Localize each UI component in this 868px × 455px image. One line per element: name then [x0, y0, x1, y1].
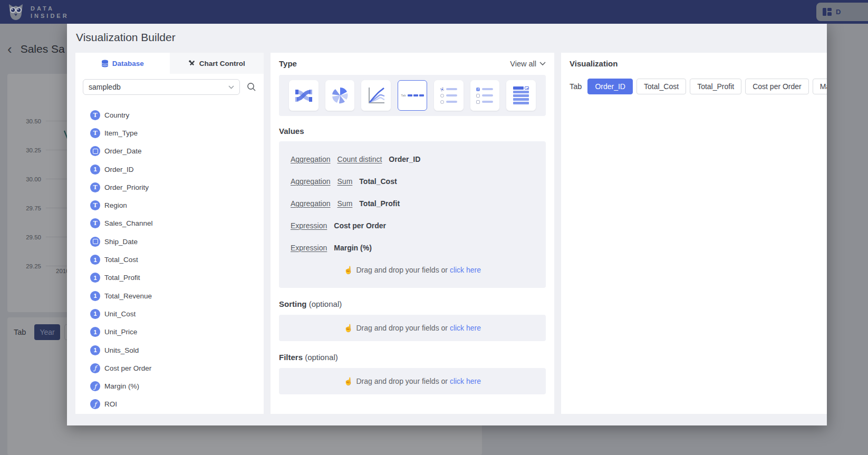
field-item[interactable]: Total_Profit	[90, 269, 256, 287]
value-function-link[interactable]: Count distinct	[337, 155, 382, 163]
field-type-icon	[90, 345, 100, 355]
filters-dropzone[interactable]: ☝Drag and drop your fields or click here	[279, 368, 546, 394]
viz-tab-button[interactable]: Order_ID	[587, 79, 633, 94]
chart-config-panel: Type View all	[271, 53, 554, 414]
app-logo[interactable]: DATA INSIDER	[6, 2, 69, 22]
value-kind-link[interactable]: Expression	[291, 221, 327, 230]
chart-type-table-icon[interactable]	[506, 80, 536, 111]
field-type-icon	[90, 182, 100, 192]
tools-icon	[188, 60, 196, 67]
field-type-icon	[90, 273, 100, 283]
field-type-icon	[90, 255, 100, 265]
tab-database[interactable]: Database	[75, 53, 170, 74]
field-type-icon	[90, 237, 100, 247]
filters-click-here-link[interactable]: click here	[450, 377, 481, 385]
field-item[interactable]: Total_Cost	[90, 250, 256, 268]
value-function-link[interactable]: Sum	[337, 177, 353, 186]
logo-text: DATA INSIDER	[31, 5, 69, 20]
field-type-icon	[90, 309, 100, 319]
chevron-down-icon	[539, 62, 546, 66]
field-item[interactable]: Item_Type	[90, 124, 256, 142]
field-item[interactable]: Unit_Cost	[90, 305, 256, 323]
field-type-icon	[90, 200, 100, 210]
visualization-title: Visualization	[570, 59, 818, 68]
value-row[interactable]: Expression Cost per Order	[291, 221, 534, 230]
tab-icon-label: Tab	[401, 94, 406, 97]
chart-type-sankey-icon[interactable]	[289, 80, 319, 111]
database-icon	[101, 60, 109, 67]
modal-title: Visualization Builder	[67, 23, 827, 44]
search-icon	[247, 82, 256, 92]
values-dropzone[interactable]: Aggregation Count distinct Order_ID Aggr…	[279, 141, 546, 288]
search-button[interactable]	[247, 82, 256, 92]
field-item[interactable]: Ship_Date	[90, 233, 256, 250]
tab-database-label: Database	[112, 60, 144, 67]
field-item[interactable]: Order_Priority	[90, 178, 256, 196]
field-item[interactable]: Margin (%)	[90, 377, 256, 395]
viz-tab-button[interactable]: Margin (%)	[813, 79, 827, 94]
viz-tab-label: Tab	[570, 82, 582, 91]
field-item[interactable]: Order_ID	[90, 160, 256, 178]
chart-type-tab-icon[interactable]: Tab	[398, 80, 427, 111]
value-kind-link[interactable]: Aggregation	[291, 177, 331, 186]
field-type-icon	[90, 218, 100, 228]
values-section-title: Values	[279, 127, 546, 135]
field-name: Units_Sold	[104, 346, 139, 354]
field-type-icon	[90, 146, 100, 156]
view-all-button[interactable]: View all	[510, 60, 546, 68]
sorting-drop-hint: ☝Drag and drop your fields or click here	[344, 324, 481, 332]
chart-type-radio-list-icon[interactable]	[434, 80, 464, 111]
app-root: ‹ Sales Sa 30.50 30.25 30	[0, 0, 868, 455]
datasource-select[interactable]: sampledb	[83, 79, 240, 95]
value-field-name: Total_Cost	[359, 177, 397, 186]
field-item[interactable]: Unit_Price	[90, 323, 256, 341]
hand-pointer-icon: ☝	[344, 324, 353, 332]
value-row[interactable]: Aggregation Sum Total_Profit	[291, 199, 534, 208]
field-item[interactable]: Sales_Channel	[90, 215, 256, 233]
viz-tabs: Order_ID Total_Cost Total_Profit Cost pe…	[587, 79, 827, 94]
sorting-section-title: Sorting (optional)	[279, 299, 546, 308]
sorting-click-here-link[interactable]: click here	[450, 324, 481, 332]
value-field-name: Cost per Order	[334, 221, 386, 230]
chart-type-line-icon[interactable]	[361, 80, 391, 111]
field-type-icon	[90, 363, 100, 373]
field-name: Unit_Cost	[104, 310, 136, 318]
field-type-icon	[90, 128, 100, 138]
chart-type-checkbox-list-icon[interactable]	[470, 80, 500, 111]
tab-chart-control[interactable]: Chart Control	[170, 53, 264, 74]
field-item[interactable]: Cost per Order	[90, 359, 256, 377]
field-name: Total_Profit	[104, 274, 140, 282]
chart-type-pie-icon[interactable]	[325, 80, 355, 111]
viz-tab-button[interactable]: Cost per Order	[745, 79, 809, 94]
hand-pointer-icon: ☝	[344, 377, 353, 385]
field-item[interactable]: Order_Date	[90, 142, 256, 160]
value-row[interactable]: Expression Margin (%)	[291, 244, 534, 252]
field-type-icon	[90, 291, 100, 301]
value-kind-link[interactable]: Aggregation	[291, 199, 331, 208]
field-item[interactable]: Units_Sold	[90, 341, 256, 359]
owl-logo-icon	[6, 2, 25, 22]
value-kind-link[interactable]: Aggregation	[291, 155, 331, 163]
view-all-label: View all	[510, 60, 536, 68]
viz-tab-button[interactable]: Total_Profit	[690, 79, 741, 94]
value-function-link[interactable]: Sum	[337, 199, 353, 208]
field-name: Item_Type	[104, 129, 138, 137]
field-item[interactable]: Total_Revenue	[90, 287, 256, 305]
hand-pointer-icon: ☝	[344, 266, 353, 274]
field-item[interactable]: Region	[90, 196, 256, 214]
value-field-name: Margin (%)	[334, 244, 372, 252]
field-item[interactable]: ROI	[90, 395, 256, 413]
value-row[interactable]: Aggregation Count distinct Order_ID	[291, 155, 534, 163]
values-click-here-link[interactable]: click here	[450, 266, 481, 274]
dashboard-button[interactable]: D	[816, 3, 868, 21]
sorting-dropzone[interactable]: ☝Drag and drop your fields or click here	[279, 315, 546, 341]
dashboard-layout-icon	[823, 8, 832, 16]
viz-tab-button[interactable]: Total_Cost	[636, 79, 686, 94]
tab-chart-control-label: Chart Control	[199, 60, 245, 67]
field-name: Total_Revenue	[104, 292, 152, 300]
field-item[interactable]: Country	[90, 106, 256, 124]
value-row[interactable]: Aggregation Sum Total_Cost	[291, 177, 534, 186]
filters-section-title: Filters (optional)	[279, 353, 546, 362]
value-field-name: Order_ID	[389, 155, 420, 163]
value-kind-link[interactable]: Expression	[291, 244, 327, 252]
